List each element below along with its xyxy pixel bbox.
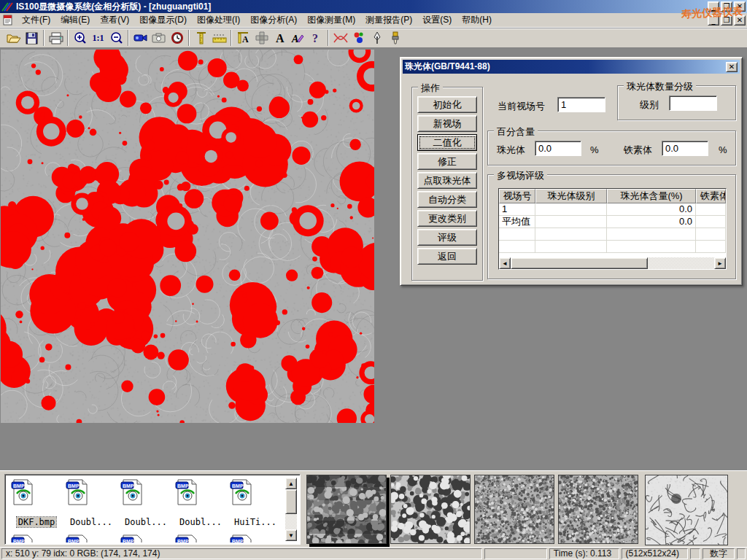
status-time: Time (s): 0.113: [549, 548, 619, 559]
file-item-partial[interactable]: BMP: [230, 534, 281, 542]
file-list-vscrollbar[interactable]: ▲ ▼: [285, 478, 297, 541]
auto-classify-button[interactable]: 自动分类: [417, 191, 477, 208]
file-name[interactable]: DKF.bmp: [17, 517, 57, 527]
cell-grade: [535, 203, 607, 215]
file-item[interactable]: BMP Doubl...: [66, 479, 117, 527]
correct-button[interactable]: 修正: [417, 153, 477, 170]
file-item-partial[interactable]: BMP: [175, 534, 226, 542]
svg-text:BMP: BMP: [177, 483, 189, 489]
table-hscrollbar[interactable]: ◄ ►: [499, 257, 726, 269]
scroll-left-icon[interactable]: ◄: [499, 257, 511, 269]
file-item-partial[interactable]: BMP: [66, 534, 117, 542]
video-capture-icon[interactable]: [131, 29, 150, 47]
scroll-right-icon[interactable]: ►: [714, 257, 726, 269]
file-item[interactable]: BMP Doubl...: [120, 479, 171, 527]
close-button[interactable]: ✕: [734, 1, 746, 12]
scroll-down-icon[interactable]: ▼: [285, 529, 297, 541]
init-button[interactable]: 初始化: [417, 96, 477, 113]
timer-icon[interactable]: [168, 29, 186, 47]
dialog-title-bar[interactable]: 珠光体(GB/T9441-88) ✕: [403, 60, 740, 74]
menu-help[interactable]: 帮助(H): [457, 12, 497, 28]
bmp-file-icon: BMP: [11, 479, 34, 505]
menu-image-measure[interactable]: 图像测量(M): [302, 12, 360, 28]
bmp-file-icon: BMP: [230, 534, 253, 542]
thumbnail-1[interactable]: [306, 475, 387, 544]
draw-pen-icon[interactable]: [368, 29, 386, 47]
file-item-partial[interactable]: BMP: [11, 534, 62, 542]
thumbnail-5[interactable]: [645, 475, 728, 545]
child-close-button[interactable]: ✕: [734, 15, 746, 26]
file-item-partial[interactable]: BMP: [120, 534, 171, 542]
menu-image-display[interactable]: 图像显示(D): [134, 12, 192, 28]
grade-group: 珠光体数量分级 级别: [617, 85, 736, 120]
file-name[interactable]: Doubl...: [178, 517, 223, 527]
dialog-close-button[interactable]: ✕: [726, 62, 738, 72]
grade-input[interactable]: [669, 96, 717, 111]
new-field-button[interactable]: 新视场: [417, 115, 477, 132]
snapshot-icon[interactable]: [150, 29, 168, 47]
return-button[interactable]: 返回: [417, 248, 477, 265]
pearlite-input[interactable]: [535, 141, 581, 156]
ferrite-input[interactable]: [662, 141, 708, 156]
help-icon[interactable]: ?: [307, 29, 325, 47]
phase-mark-icon[interactable]: [349, 29, 368, 47]
svg-text:BMP: BMP: [177, 539, 189, 543]
toolbar-separator: [188, 30, 190, 46]
multifield-group-label: 多视场评级: [494, 169, 547, 182]
thumbnail-2[interactable]: [390, 475, 471, 544]
minimize-button[interactable]: _: [708, 1, 719, 12]
binarize-button[interactable]: 二值化: [417, 134, 477, 151]
operations-group-label: 操作: [418, 82, 443, 95]
ferrite-label: 铁素体: [624, 144, 652, 157]
print-icon[interactable]: [47, 29, 65, 47]
hscroll-thumb[interactable]: [511, 257, 648, 269]
menu-report[interactable]: 测量报告(P): [360, 12, 417, 28]
measure-annotate-icon[interactable]: A: [234, 29, 252, 47]
file-item[interactable]: BMP HuiTi...: [230, 479, 281, 527]
scroll-up-icon[interactable]: ▲: [285, 478, 297, 489]
merge-grid-icon[interactable]: [252, 29, 271, 47]
pick-pearlite-button[interactable]: 点取珠光体: [417, 172, 477, 189]
child-restore-button[interactable]: ❐: [721, 15, 732, 26]
menu-edit[interactable]: 编辑(E): [55, 12, 95, 28]
change-class-button[interactable]: 更改类别: [417, 210, 477, 227]
table-row[interactable]: 1 0.0: [499, 203, 726, 216]
measure-length-icon[interactable]: [210, 29, 228, 47]
file-list[interactable]: BMP DKF.bmp BMP Doubl... BMP: [4, 474, 301, 545]
file-name[interactable]: Doubl...: [69, 517, 114, 527]
restore-button[interactable]: ❐: [721, 1, 732, 12]
rate-button[interactable]: 评级: [417, 229, 477, 246]
fill-brush-icon[interactable]: [386, 29, 404, 47]
menu-image-analyze[interactable]: 图像分析(A): [245, 12, 302, 28]
child-minimize-button[interactable]: _: [708, 15, 719, 26]
menu-file[interactable]: 文件(F): [17, 12, 55, 28]
pearlite-label: 珠光体: [497, 144, 525, 157]
zoom-in-icon[interactable]: [71, 29, 89, 47]
file-item[interactable]: BMP Doubl...: [175, 479, 226, 527]
table-row[interactable]: 平均值 0.0: [499, 216, 726, 228]
micrograph-image[interactable]: [1, 50, 374, 423]
bmp-file-icon: BMP: [66, 534, 89, 542]
file-name[interactable]: Doubl...: [123, 517, 169, 527]
menu-view[interactable]: 查看(V): [95, 12, 134, 28]
grade-label: 级别: [640, 98, 659, 112]
text-edit-icon[interactable]: A: [289, 29, 307, 47]
rating-table[interactable]: 视场号 珠光体级别 珠光体含量(%) 铁素体含量(%) 1 0.0 平均值: [498, 188, 727, 270]
curve-tool-icon[interactable]: [331, 29, 349, 47]
menu-settings[interactable]: 设置(S): [417, 12, 457, 28]
text-label-icon[interactable]: A: [271, 29, 289, 47]
vscroll-thumb[interactable]: [285, 489, 297, 514]
percent-group-label: 百分含量: [494, 125, 538, 139]
thumbnail-3[interactable]: [474, 475, 554, 544]
measure-vertical-icon[interactable]: [192, 29, 210, 47]
file-item[interactable]: BMP DKF.bmp: [11, 479, 62, 527]
open-file-icon[interactable]: [4, 29, 23, 47]
save-icon[interactable]: [23, 29, 41, 47]
zoom-out-icon[interactable]: [107, 29, 125, 47]
thumbnail-4[interactable]: [558, 475, 638, 544]
file-name[interactable]: HuiTi...: [233, 517, 278, 527]
menu-image-process[interactable]: 图像处理(I): [192, 12, 245, 28]
actual-size-icon[interactable]: 1:1: [89, 29, 107, 47]
current-field-input[interactable]: [557, 97, 605, 112]
status-empty-2: [690, 548, 700, 559]
